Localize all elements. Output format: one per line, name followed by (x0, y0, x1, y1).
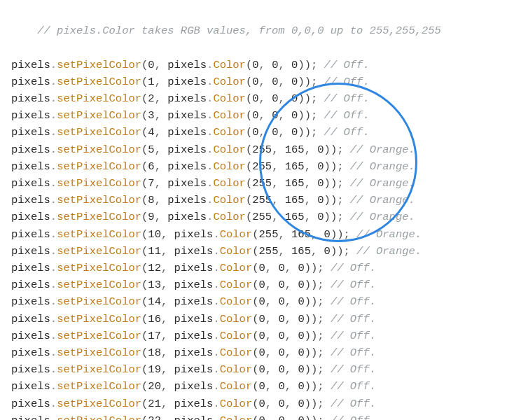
arg-g: 165 (291, 245, 311, 258)
dot: . (50, 245, 57, 258)
sep: , (155, 126, 168, 139)
method-Color: Color (220, 380, 253, 393)
semicolon: ; (317, 363, 331, 376)
paren-open: ( (252, 228, 258, 241)
code-line: pixels.setPixelColor(1, pixels.Color(0, … (11, 74, 514, 90)
sep: , (265, 380, 279, 393)
arg-r: 255 (252, 144, 272, 156)
code-line: pixels.setPixelColor(9, pixels.Color(255… (11, 209, 514, 225)
sep: , (285, 295, 298, 308)
sep: , (265, 330, 279, 342)
arg-r: 0 (259, 363, 265, 376)
sep: , (278, 92, 291, 105)
arg-b: 0 (298, 346, 304, 359)
method-setPixelColor: setPixelColor (57, 92, 141, 105)
paren-open: ( (141, 245, 148, 258)
method-setPixelColor: setPixelColor (57, 414, 141, 420)
obj-pixels: pixels (174, 398, 214, 410)
paren-close: )) (305, 295, 318, 308)
method-setPixelColor: setPixelColor (57, 279, 141, 291)
arg-index: 5 (148, 144, 154, 156)
sep: , (161, 262, 174, 274)
arg-g: 0 (278, 414, 284, 420)
sep: , (161, 363, 174, 376)
paren-open: ( (141, 109, 148, 122)
paren-close: )) (331, 245, 344, 258)
sep: , (155, 177, 168, 190)
dot: . (207, 144, 213, 156)
dot: . (50, 211, 57, 223)
paren-close: )) (298, 126, 311, 139)
sep: , (259, 109, 272, 122)
arg-b: 0 (298, 330, 304, 342)
sep: , (265, 414, 279, 420)
semicolon: ; (317, 380, 331, 393)
obj-pixels: pixels (167, 211, 207, 223)
paren-close: )) (298, 92, 311, 105)
paren-open: ( (252, 245, 258, 258)
method-setPixelColor: setPixelColor (57, 363, 141, 376)
sep: , (161, 228, 174, 241)
obj-pixels: pixels (11, 363, 50, 376)
method-setPixelColor: setPixelColor (57, 160, 141, 173)
arg-index: 7 (148, 177, 154, 190)
paren-open: ( (252, 313, 258, 326)
arg-b: 0 (298, 295, 304, 308)
method-Color: Color (220, 228, 253, 241)
arg-g: 0 (278, 313, 284, 326)
dot: . (213, 262, 219, 274)
sep: , (265, 363, 279, 376)
method-setPixelColor: setPixelColor (57, 144, 141, 156)
sep: , (311, 245, 324, 258)
obj-pixels: pixels (174, 380, 214, 393)
method-Color: Color (213, 92, 246, 105)
sep: , (278, 245, 291, 258)
sep: , (285, 346, 298, 359)
trailing-comment: // Orange. (350, 194, 415, 206)
method-Color: Color (220, 279, 253, 291)
arg-r: 0 (252, 76, 258, 88)
arg-g: 165 (285, 211, 305, 223)
sep: , (278, 228, 291, 241)
dot: . (50, 92, 57, 105)
paren-open: ( (141, 313, 148, 326)
paren-open: ( (252, 346, 258, 359)
paren-close: )) (324, 144, 338, 156)
sep: , (285, 380, 298, 393)
dot: . (50, 346, 57, 359)
arg-r: 0 (252, 109, 258, 122)
semicolon: ; (311, 59, 324, 71)
dot: . (50, 313, 57, 326)
arg-r: 0 (259, 398, 265, 410)
sep: , (305, 177, 318, 190)
trailing-comment: // Orange. (356, 228, 422, 241)
obj-pixels: pixels (174, 363, 214, 376)
obj-pixels: pixels (11, 330, 50, 342)
dot: . (207, 126, 213, 139)
paren-close: )) (331, 228, 344, 241)
paren-open: ( (252, 279, 258, 291)
obj-pixels: pixels (167, 76, 207, 88)
semicolon: ; (317, 346, 331, 359)
semicolon: ; (343, 228, 356, 241)
arg-index: 8 (148, 194, 154, 206)
code-line: pixels.setPixelColor(10, pixels.Color(25… (11, 226, 514, 243)
method-Color: Color (213, 211, 246, 223)
obj-pixels: pixels (11, 144, 50, 156)
paren-close: )) (305, 313, 318, 326)
method-Color: Color (220, 295, 253, 308)
arg-b: 0 (298, 262, 304, 274)
obj-pixels: pixels (167, 194, 207, 206)
sep: , (272, 194, 285, 206)
semicolon: ; (317, 330, 331, 342)
paren-open: ( (252, 262, 258, 274)
paren-open: ( (141, 346, 148, 359)
method-Color: Color (213, 177, 246, 190)
paren-open: ( (141, 414, 148, 420)
obj-pixels: pixels (11, 92, 50, 105)
sep: , (161, 330, 174, 342)
sep: , (305, 194, 318, 206)
arg-g: 0 (278, 380, 284, 393)
arg-b: 0 (324, 228, 331, 241)
obj-pixels: pixels (167, 59, 207, 71)
